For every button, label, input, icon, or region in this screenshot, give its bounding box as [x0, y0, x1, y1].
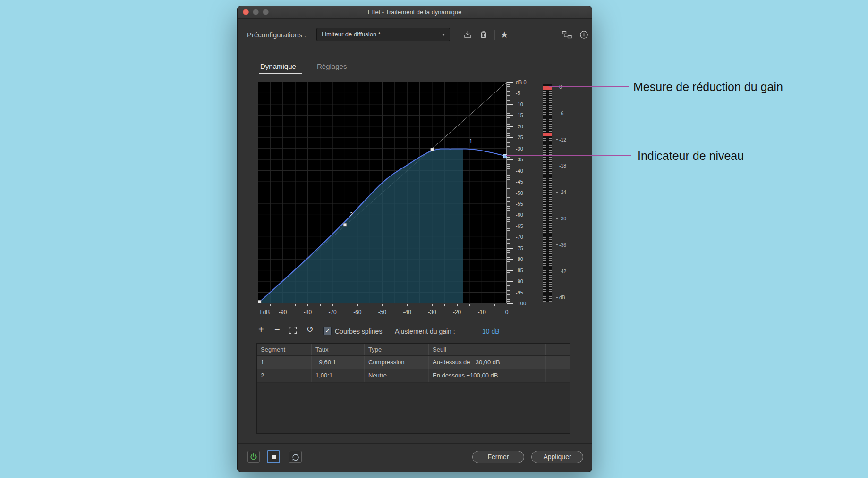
x-axis-tick-label: -40: [403, 309, 411, 316]
x-axis-tick-label: -20: [453, 309, 461, 316]
meter-scale-text: -6: [559, 110, 563, 116]
apply-button[interactable]: Appliquer: [531, 451, 583, 463]
play-loop-icon: [291, 453, 300, 461]
y-axis-tick-label: -90: [516, 277, 523, 285]
y-axis-tick-label: -45: [516, 178, 523, 185]
io-routing-button[interactable]: [561, 28, 573, 41]
x-axis-tick-label: -80: [304, 309, 312, 316]
meter-scale-text: -18: [559, 163, 566, 168]
meter-scale-labels: 0-6-12-18-24-30-36-42dB: [556, 84, 578, 305]
info-button[interactable]: [578, 28, 590, 41]
preset-dropdown[interactable]: Limiteur de diffusion *: [316, 28, 450, 41]
segment-table-cell: Compression: [365, 356, 429, 369]
x-axis-tick-label: -90: [279, 309, 287, 316]
gain-adjust-label: Ajustement du gain :: [395, 327, 455, 335]
y-axis-tick-label: -100: [516, 300, 526, 307]
trash-icon: [479, 30, 488, 39]
scale-points-button[interactable]: [289, 327, 297, 336]
x-axis-tick-label: -50: [378, 309, 386, 316]
meter-scale-text: -42: [559, 268, 566, 274]
favorite-button[interactable]: ★: [498, 28, 511, 41]
minus-icon: −: [274, 324, 280, 335]
y-axis-tick-label: -70: [516, 233, 523, 241]
effect-dialog-window: Effet - Traitement de la dynamique Préco…: [237, 6, 592, 472]
y-axis-tick-label: -50: [516, 189, 523, 197]
splines-checkbox[interactable]: ✓: [323, 327, 332, 335]
close-window-icon[interactable]: [243, 9, 249, 15]
close-button[interactable]: Fermer: [472, 451, 524, 463]
x-axis-tick-label: 0: [505, 309, 509, 316]
segments-table-body: 1−9,60:1CompressionAu-dessus de −30,00 d…: [257, 356, 570, 383]
meter-scale-text: -12: [559, 137, 566, 143]
meter-tick-icon: [556, 139, 558, 140]
meter-scale-text: -30: [559, 216, 566, 221]
level-meter: [543, 84, 552, 302]
y-axis-tick-label: -5: [516, 89, 520, 97]
y-axis-tick-label: -30: [516, 145, 523, 152]
column-header-seuil[interactable]: Seuil: [429, 344, 546, 355]
segment-table-row[interactable]: 21,00:1NeutreEn dessous −100,00 dB: [257, 369, 570, 383]
y-axis-tick-label: -75: [516, 244, 523, 252]
meter-scale-label: -30: [556, 215, 566, 222]
tab-reglages[interactable]: Réglages: [317, 62, 347, 70]
remove-point-button[interactable]: −: [274, 324, 280, 335]
meter-scale-label: -42: [556, 268, 566, 275]
meter-tick-icon: [556, 192, 558, 193]
curve-control-point[interactable]: [343, 223, 347, 226]
dynamics-curve-graph[interactable]: 12: [258, 82, 507, 303]
annotation-gain-reduction-label: Mesure de réduction du gain: [633, 80, 783, 94]
preset-dropdown-value: Limiteur de diffusion *: [322, 31, 381, 38]
meter-scale-label: dB: [556, 294, 565, 301]
footer-divider: [238, 443, 592, 444]
segments-table: Segment Taux Type Seuil 1−9,60:1Compress…: [256, 343, 570, 434]
meter-scale-text: dB: [559, 294, 565, 300]
tab-dynamique[interactable]: Dynamique: [260, 62, 296, 70]
curve-control-point[interactable]: [258, 300, 261, 303]
loop-playback-button[interactable]: [289, 451, 302, 463]
gain-adjust-value[interactable]: 10 dB: [482, 327, 500, 335]
effect-power-toggle[interactable]: [247, 451, 260, 463]
reset-button[interactable]: ↺: [306, 324, 314, 335]
save-icon: [463, 30, 472, 39]
delete-preset-button[interactable]: [477, 28, 490, 41]
check-icon: ✓: [325, 327, 330, 334]
toolbar-rule: [238, 50, 592, 50]
reset-icon: ↺: [306, 325, 314, 334]
x-axis-tick-label: -60: [353, 309, 361, 316]
meter-scale-text: -24: [559, 189, 566, 195]
x-axis-tick-label: -30: [428, 309, 436, 316]
y-axis-tick-label: -40: [516, 167, 523, 175]
annotation-line-level-indicator: [506, 155, 631, 156]
corner-marks-icon: [289, 327, 297, 334]
minimize-window-icon[interactable]: [253, 9, 259, 15]
add-point-button[interactable]: +: [258, 324, 264, 335]
plus-icon: +: [258, 324, 264, 335]
y-axis-tick-label: -20: [516, 123, 523, 130]
meter-scale-label: -18: [556, 162, 566, 169]
y-axis-tick-label: dB 0: [516, 78, 527, 86]
segment-table-filler: [546, 369, 570, 382]
y-axis-tick-label: -10: [516, 101, 523, 108]
annotation-level-indicator-label: Indicateur de niveau: [638, 149, 744, 163]
star-icon: ★: [500, 29, 508, 40]
segment-table-cell: 1: [257, 356, 312, 369]
segment-table-cell: 1,00:1: [312, 369, 365, 382]
column-header-segment[interactable]: Segment: [257, 344, 312, 355]
column-header-type[interactable]: Type: [365, 344, 429, 355]
save-preset-button[interactable]: [461, 28, 474, 41]
stop-button[interactable]: [267, 450, 280, 463]
column-header-taux[interactable]: Taux: [312, 344, 365, 355]
meter-tick-icon: [556, 244, 558, 245]
segment-table-cell: −9,60:1: [312, 356, 365, 369]
meter-tick-icon: [556, 297, 558, 298]
stop-icon: [272, 455, 276, 459]
y-axis-tick-label: -60: [516, 211, 523, 218]
curve-control-point[interactable]: [430, 148, 434, 151]
window-titlebar[interactable]: Effet - Traitement de la dynamique: [238, 6, 592, 19]
segment-table-row[interactable]: 1−9,60:1CompressionAu-dessus de −30,00 d…: [257, 356, 570, 369]
page-background: Effet - Traitement de la dynamique Préco…: [0, 0, 868, 478]
x-axis-tick-label: -70: [328, 309, 336, 316]
level-peak-indicator: [543, 133, 552, 136]
chevron-down-icon: [442, 34, 445, 36]
presets-label: Préconfigurations :: [247, 31, 306, 39]
